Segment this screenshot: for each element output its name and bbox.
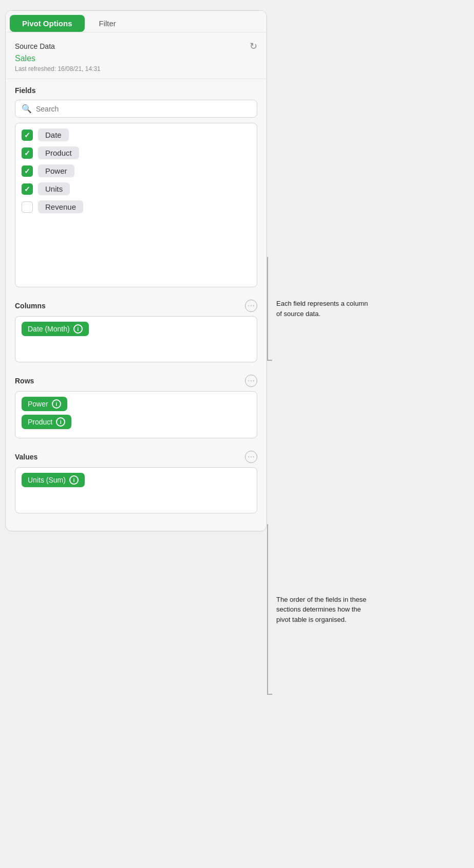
checkbox-product[interactable] — [22, 147, 33, 159]
pivot-panel: Pivot Options Filter Source Data ↻ Sales… — [5, 10, 267, 531]
rows-tag-power[interactable]: Power i — [22, 397, 67, 411]
rows-product-info-icon[interactable]: i — [56, 417, 65, 427]
columns-box: Date (Month) i — [15, 316, 257, 362]
field-item-product: Product — [22, 146, 251, 159]
values-tag-units-sum-label: Units (Sum) — [28, 476, 66, 484]
field-tag-product: Product — [38, 146, 79, 159]
tab-filter[interactable]: Filter — [87, 15, 128, 32]
values-box: Units (Sum) i — [15, 467, 257, 513]
fields-title: Fields — [15, 86, 257, 95]
field-tag-date: Date — [38, 128, 69, 141]
last-refreshed: Last refreshed: 16/08/21, 14:31 — [15, 65, 257, 72]
checkbox-revenue[interactable] — [22, 201, 33, 213]
values-more-icon[interactable]: ⋯ — [245, 451, 257, 463]
rows-tag-product-label: Product — [28, 418, 52, 426]
annotation-fields: Each field represents a column of source… — [267, 257, 375, 361]
rows-power-info-icon[interactable]: i — [52, 399, 61, 409]
field-item-power: Power — [22, 164, 251, 177]
values-info-icon[interactable]: i — [69, 475, 79, 485]
columns-tag-date-month[interactable]: Date (Month) i — [22, 322, 89, 336]
page-wrapper: Pivot Options Filter Source Data ↻ Sales… — [0, 0, 474, 868]
values-section: Values ⋯ Units (Sum) i — [6, 446, 267, 513]
tab-pivot-options[interactable]: Pivot Options — [10, 15, 85, 32]
field-tag-power: Power — [38, 164, 74, 177]
rows-more-icon[interactable]: ⋯ — [245, 375, 257, 387]
columns-title: Columns — [15, 302, 46, 310]
annotation-fields-text: Each field represents a column of source… — [272, 299, 375, 319]
field-item-revenue: Revenue — [22, 200, 251, 213]
columns-info-icon[interactable]: i — [73, 324, 83, 334]
rows-title: Rows — [15, 377, 34, 385]
annotation-rows: The order of the fields in these section… — [267, 524, 375, 695]
rows-header: Rows ⋯ — [15, 375, 257, 387]
search-input[interactable] — [36, 105, 251, 113]
fields-list-box: Date Product Power Units — [15, 123, 257, 287]
refresh-icon[interactable]: ↻ — [250, 41, 257, 52]
tab-bar: Pivot Options Filter — [6, 11, 267, 32]
rows-box: Power i Product i — [15, 391, 257, 438]
values-title: Values — [15, 453, 37, 461]
columns-tag-date-month-label: Date (Month) — [28, 325, 70, 333]
field-item-date: Date — [22, 128, 251, 141]
annotation-rows-text: The order of the fields in these section… — [272, 595, 375, 625]
columns-more-icon[interactable]: ⋯ — [245, 300, 257, 312]
search-icon: 🔍 — [22, 104, 32, 114]
rows-tag-power-label: Power — [28, 400, 48, 408]
source-data-title: Source Data — [15, 42, 55, 50]
search-bar[interactable]: 🔍 — [15, 100, 257, 118]
source-name: Sales — [15, 54, 257, 63]
rows-tag-product[interactable]: Product i — [22, 415, 71, 429]
field-tag-revenue: Revenue — [38, 200, 83, 213]
source-label: Source Data ↻ — [15, 41, 257, 52]
fields-section: Fields 🔍 Date Product Powe — [6, 79, 267, 287]
columns-section: Columns ⋯ Date (Month) i — [6, 294, 267, 362]
columns-header: Columns ⋯ — [15, 300, 257, 312]
field-tag-units: Units — [38, 182, 70, 195]
field-item-units: Units — [22, 182, 251, 195]
values-tag-units-sum[interactable]: Units (Sum) i — [22, 473, 85, 487]
values-header: Values ⋯ — [15, 451, 257, 463]
checkbox-units[interactable] — [22, 183, 33, 195]
source-section: Source Data ↻ Sales Last refreshed: 16/0… — [6, 32, 267, 79]
checkbox-power[interactable] — [22, 165, 33, 177]
rows-section: Rows ⋯ Power i Product i — [6, 370, 267, 438]
checkbox-date[interactable] — [22, 130, 33, 141]
